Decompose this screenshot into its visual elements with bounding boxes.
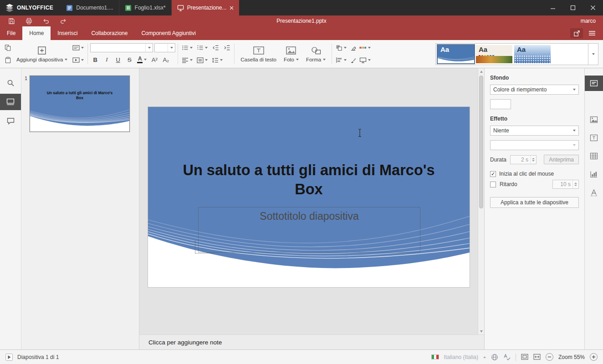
- current-slide[interactable]: Un saluto a tutti gli amici di Marco's B…: [148, 107, 470, 287]
- chevron-down-icon: [368, 59, 371, 61]
- tab-plugins[interactable]: Componenti Aggiuntivi: [134, 26, 202, 40]
- scrollbar-thumb[interactable]: [479, 76, 483, 208]
- duration-value: 2 s: [511, 156, 530, 164]
- tab-spreadsheet[interactable]: Foglio1.xlsx*: [119, 0, 172, 15]
- arrange-shape-button[interactable]: [334, 43, 348, 53]
- vertical-align-button[interactable]: [195, 55, 209, 65]
- bullet-list-button[interactable]: [180, 43, 194, 53]
- onlyoffice-logo-icon: [5, 4, 14, 12]
- shape-button[interactable]: Forma: [302, 41, 329, 67]
- font-size-select[interactable]: [154, 43, 175, 52]
- slide-title-text[interactable]: Un saluto a tutti gli amici di Marco's B…: [181, 161, 436, 199]
- superscript-button[interactable]: A²: [149, 55, 159, 65]
- tab-file[interactable]: File: [0, 26, 22, 40]
- numbered-list-button[interactable]: [195, 43, 209, 53]
- fit-width-icon[interactable]: [533, 354, 541, 360]
- change-layout-button[interactable]: [71, 43, 85, 53]
- font-color-button[interactable]: A: [136, 55, 148, 65]
- tab-collaboration[interactable]: Collaborazione: [84, 26, 134, 40]
- effect-type-select[interactable]: [490, 140, 579, 150]
- maximize-button[interactable]: [563, 0, 583, 15]
- copy-button[interactable]: [3, 43, 13, 53]
- image-settings-button[interactable]: [585, 112, 603, 127]
- slides-panel-button[interactable]: [0, 94, 21, 110]
- preview-button[interactable]: Anteprima: [544, 155, 579, 164]
- collapse-toolbar-button[interactable]: [586, 28, 598, 38]
- redo-button[interactable]: [56, 16, 70, 25]
- text-box-button[interactable]: Casella di testo: [237, 41, 280, 67]
- slide-subtitle-text[interactable]: Sottotitolo diapositiva: [199, 210, 420, 222]
- theme-thumbnail-blue-wave[interactable]: Aa: [438, 45, 474, 63]
- theme-thumbnail-autumn[interactable]: Aa: [476, 45, 512, 63]
- theme-thumbnail-blue-dots[interactable]: Aa: [514, 45, 551, 63]
- theme-gallery-expand-button[interactable]: [588, 44, 598, 65]
- subscript-button[interactable]: A₂: [161, 55, 171, 65]
- delay-spinner[interactable]: 10 s: [552, 180, 579, 189]
- background-label: Sfondo: [490, 75, 579, 81]
- tab-presentation[interactable]: Presentazione...: [172, 0, 240, 15]
- save-button[interactable]: [5, 16, 18, 25]
- spinner-arrows[interactable]: [530, 156, 536, 164]
- duration-spinner[interactable]: 2 s: [510, 155, 537, 164]
- italic-button[interactable]: I: [102, 55, 112, 65]
- photo-button[interactable]: Foto: [280, 41, 302, 67]
- start-slideshow-button[interactable]: [71, 55, 85, 65]
- tab-document[interactable]: Documento1....: [61, 0, 119, 15]
- effect-select[interactable]: Niente: [490, 126, 579, 136]
- text-settings-button[interactable]: [585, 130, 603, 146]
- undo-button[interactable]: [39, 16, 53, 25]
- bold-button[interactable]: B: [90, 55, 100, 65]
- notes-area[interactable]: Clicca per aggiungere note: [139, 334, 484, 349]
- background-fill-select[interactable]: Colore di riempimento: [490, 85, 579, 95]
- spellcheck-icon[interactable]: [503, 354, 511, 361]
- scroll-up-arrow[interactable]: [478, 68, 484, 75]
- line-spacing-button[interactable]: [210, 55, 224, 65]
- chevron-up-icon[interactable]: [483, 356, 486, 358]
- slide-settings-button[interactable]: [585, 76, 603, 91]
- window-controls: [543, 0, 603, 15]
- subtitle-placeholder[interactable]: Sottotitolo diapositiva: [198, 207, 420, 253]
- chart-settings-button[interactable]: [585, 167, 603, 182]
- minimize-button[interactable]: [543, 0, 563, 15]
- strikethrough-button[interactable]: S: [124, 55, 134, 65]
- background-color-swatch[interactable]: [490, 99, 511, 109]
- zoom-out-button[interactable]: [546, 353, 553, 361]
- color-scheme-button[interactable]: [358, 43, 372, 53]
- font-name-select[interactable]: [90, 43, 153, 52]
- close-window-button[interactable]: [583, 0, 603, 15]
- user-name[interactable]: marco: [581, 18, 603, 24]
- zoom-in-button[interactable]: [590, 353, 598, 361]
- slide-size-button[interactable]: [358, 55, 372, 65]
- start-slideshow-icon[interactable]: [5, 354, 13, 361]
- apply-to-all-button[interactable]: Applica a tutte le diapositive: [490, 197, 579, 208]
- spinner-arrows[interactable]: [572, 180, 578, 188]
- language-label[interactable]: Italiano (Italia): [444, 354, 478, 360]
- canvas-viewport[interactable]: Un saluto a tutti gli amici di Marco's B…: [139, 68, 484, 334]
- scroll-down-arrow[interactable]: [478, 328, 484, 334]
- delay-checkbox[interactable]: [490, 182, 496, 187]
- comments-button[interactable]: [0, 113, 21, 129]
- fit-slide-icon[interactable]: [521, 354, 528, 360]
- vertical-scrollbar[interactable]: [478, 68, 484, 334]
- clear-style-button[interactable]: [348, 43, 358, 53]
- search-button[interactable]: [0, 75, 21, 91]
- align-shape-button[interactable]: [334, 55, 348, 65]
- horizontal-align-button[interactable]: [180, 55, 194, 65]
- print-button[interactable]: [22, 16, 36, 25]
- copy-style-button[interactable]: [348, 55, 358, 65]
- table-settings-button[interactable]: [585, 148, 603, 164]
- underline-button[interactable]: U: [113, 55, 123, 65]
- decrease-indent-button[interactable]: [210, 43, 220, 53]
- document-language-icon[interactable]: [491, 354, 498, 361]
- open-file-location-button[interactable]: [570, 28, 583, 38]
- slide-thumbnail-1[interactable]: Un saluto a tutti gli amici di Marco's B…: [30, 76, 130, 132]
- zoom-level[interactable]: Zoom 55%: [558, 354, 585, 360]
- paste-button[interactable]: [3, 55, 13, 65]
- tab-insert[interactable]: Inserisci: [51, 26, 84, 40]
- close-tab-icon[interactable]: [230, 6, 234, 10]
- textart-settings-button[interactable]: [585, 185, 603, 200]
- start-on-click-checkbox[interactable]: ✓: [490, 171, 496, 177]
- add-slide-button[interactable]: Aggiungi diapositiva: [13, 41, 71, 67]
- increase-indent-button[interactable]: [222, 43, 232, 53]
- tab-home[interactable]: Home: [22, 26, 51, 40]
